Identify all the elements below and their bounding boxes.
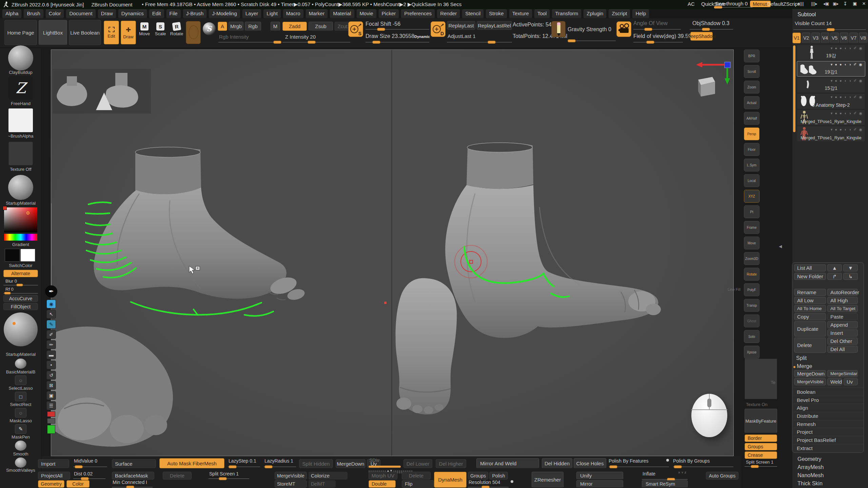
accucurve-button[interactable]: AccuCurve [3, 295, 38, 302]
polish-by-features-slider[interactable]: Polish By Features [609, 458, 669, 468]
gravity-strength-slider[interactable]: Gravity Strength 0 [568, 24, 616, 43]
tab-v7[interactable]: V7 [849, 33, 858, 43]
delete-trash-icon[interactable]: ⊠ [46, 381, 56, 390]
angle-of-view-slider[interactable]: Angle Of View [633, 20, 681, 30]
dynamesh-button[interactable]: DynaMesh [434, 472, 467, 488]
gravity-pencil-icon[interactable] [551, 21, 566, 37]
menu-jbrush[interactable]: J-Brush [183, 9, 207, 18]
move-into-folder-button[interactable]: ↳ [843, 273, 858, 280]
menu-alpha[interactable]: Alpha [2, 9, 22, 18]
geometry-button[interactable]: Geometry [38, 480, 64, 488]
thickskin-section[interactable]: Thick Skin [797, 481, 823, 487]
left-foot-model[interactable] [85, 146, 316, 336]
dark-color-chip[interactable] [47, 418, 55, 424]
menu-transform[interactable]: Transform [552, 9, 581, 18]
eraser-tool-icon[interactable]: ▬ [46, 350, 56, 359]
subtool-title[interactable]: Subtool [797, 12, 816, 18]
divider-right-icon[interactable]: ||||▸ [811, 1, 817, 6]
texture-preview-box[interactable]: Te [745, 359, 777, 399]
home-page-button[interactable]: Home Page [4, 20, 37, 45]
menu-help[interactable]: Help [632, 9, 649, 18]
undo-icon[interactable]: ↺ [46, 371, 56, 380]
camera-icon-button[interactable] [616, 21, 631, 37]
backfacemask-button[interactable]: BackfaceMask [112, 472, 154, 480]
subtool-item-2-selected[interactable]: ▾ ● ● ◖ ◑ ✐ ◉ 19강1 [797, 61, 865, 77]
mask-pen-icon[interactable]: ✎ [15, 424, 26, 434]
menu-render[interactable]: Render [437, 9, 460, 18]
tab-v8[interactable]: V8 [859, 33, 867, 43]
current-brush-thumbnail[interactable] [8, 45, 33, 70]
surface-button[interactable]: Surface [112, 459, 156, 468]
merge-section-header[interactable]: Merge [797, 363, 812, 369]
rf-slider[interactable]: Rf 0 [3, 287, 38, 294]
field-of-view-slider[interactable]: Field of view(deg) 39.59775 [633, 32, 683, 44]
alternate-button[interactable]: Alternate [3, 270, 38, 277]
scroll-button[interactable]: Scroll [744, 65, 760, 78]
material-b-thumbnail[interactable] [15, 359, 26, 369]
list-icon[interactable]: ☰ [46, 401, 56, 410]
subtool-up-button[interactable]: ▲ [827, 264, 842, 271]
smooth-valleys-thumbnail[interactable] [15, 458, 26, 468]
border-button[interactable]: Border [745, 434, 777, 442]
floor-button[interactable]: Floor [744, 143, 760, 156]
current-alpha-swatch[interactable] [186, 21, 201, 44]
menu-zplugin[interactable]: Zplugin [583, 9, 607, 18]
dynamic-draw-size-toggle[interactable]: Dynamic [414, 35, 430, 39]
close-holes-button[interactable]: Close Holes [574, 458, 606, 468]
pencil-tool-icon[interactable]: ✎ [46, 320, 56, 329]
menu-zscript[interactable]: Zscript [608, 9, 630, 18]
switch-color-swatch[interactable] [20, 249, 35, 262]
transp-button[interactable]: Transp [744, 299, 760, 312]
bottom-center-foot-model[interactable] [386, 276, 466, 418]
select-rect-icon[interactable]: □ [15, 392, 26, 401]
bevel-pro-row[interactable]: Bevel Pro [793, 396, 863, 404]
current-stroke-thumbnail[interactable]: Z [8, 76, 33, 100]
replay-last-rel-button[interactable]: ReplayLastRel [477, 21, 512, 30]
canvas-toolbar-pen-icon[interactable]: ✒ [45, 285, 57, 298]
merge-down-button[interactable]: MergeDown [794, 370, 826, 377]
subtool-item-icons[interactable]: ▾ ● ● ◖ ◑ ✐ ◉ [831, 127, 863, 132]
zoom-button[interactable]: Zoom [744, 81, 760, 94]
zremesher-button[interactable]: ZRemesher [532, 472, 564, 488]
menu-layer[interactable]: Layer [242, 9, 262, 18]
subtool-item-icons[interactable]: ▾ ● ● ◖ ◑ ✐ ◉ [831, 46, 863, 50]
secondary-color-chip[interactable] [3, 206, 7, 210]
menu-movie[interactable]: Movie [356, 9, 377, 18]
default-zscript-button[interactable]: DefaultZScript [767, 1, 799, 7]
split-section-header[interactable]: Split [796, 355, 807, 361]
subtool-item-6[interactable]: ▾ ● ● ◖ ◑ ✐ ◉ Merged_TPose1_Ryan_Kingsli… [797, 126, 865, 142]
rotate-button[interactable]: R Rotate [169, 22, 184, 36]
weld-button[interactable]: Weld [827, 378, 842, 385]
menu-material[interactable]: Material [330, 9, 354, 18]
mrgb-toggle[interactable]: Mrgb [229, 22, 243, 31]
subtool-item-3[interactable]: ▾ ● ● ◖ ◑ ✐ ◉ 15강1 [797, 77, 865, 93]
tab-v3[interactable]: V3 [811, 33, 820, 43]
tab-v2[interactable]: V2 [802, 33, 810, 43]
menu-draw[interactable]: Draw [98, 9, 116, 18]
menu-color[interactable]: Color [45, 9, 64, 18]
menu-edit[interactable]: Edit [149, 9, 164, 18]
menu-jmodeling[interactable]: J-Modeling [209, 9, 240, 18]
auto-groups-button[interactable]: Auto Groups [706, 472, 738, 480]
menu-light[interactable]: Light [263, 9, 281, 18]
align-row[interactable]: Align [793, 404, 863, 411]
menu-macro[interactable]: Macro [283, 9, 304, 18]
color-picker[interactable] [4, 207, 37, 232]
projectall-button[interactable]: ProjectAll [38, 472, 70, 480]
split-hidden-button[interactable]: Split Hidden [299, 459, 333, 468]
marker-tool-icon[interactable]: ✏ [46, 340, 56, 349]
move-nav-button[interactable]: Move [744, 237, 760, 249]
mask-by-feature-button[interactable]: MaskByFeature [745, 409, 777, 433]
minimize-button[interactable]: ↧ [843, 1, 847, 6]
tab-v1[interactable]: V1 [792, 33, 801, 43]
visibility-eye-icon[interactable]: ◉ [46, 300, 56, 308]
append-button[interactable]: Append [827, 321, 858, 328]
blur-slider[interactable]: Blur 0 [3, 279, 38, 286]
zsub-toggle[interactable]: Zsub [309, 22, 333, 31]
sdiv-slider[interactable]: SDiv [369, 458, 401, 468]
del-all-button[interactable]: Del All [827, 346, 858, 353]
del-other-button[interactable]: Del Other [827, 338, 858, 345]
colorize-button[interactable]: Colorize [309, 472, 348, 480]
polish-by-groups-slider[interactable]: Polish By Groups [673, 458, 733, 468]
subtool-item-5[interactable]: ▾ ● ● ◖ ◑ ✐ ◉ Merged_TPose1_Ryan_Kingsli… [797, 110, 865, 125]
